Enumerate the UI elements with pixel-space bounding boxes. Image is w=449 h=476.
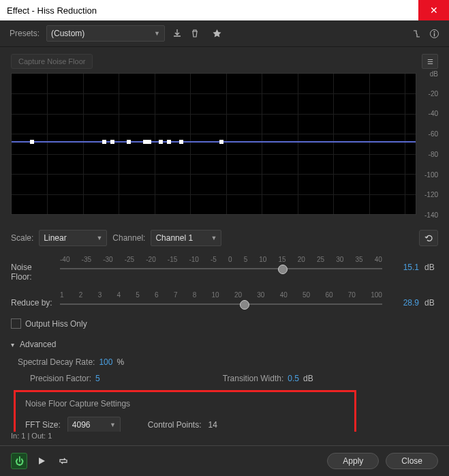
precision-factor-label: Precision Factor:: [18, 374, 91, 383]
chart-menu-icon[interactable]: ☰: [422, 54, 438, 69]
control-points-label: Control Points:: [148, 420, 202, 430]
y-tick: -100: [424, 170, 438, 178]
spectral-decay-unit: %: [117, 357, 124, 367]
svg-rect-2: [433, 33, 434, 36]
y-tick: -40: [429, 110, 438, 117]
apply-button[interactable]: Apply: [327, 453, 379, 469]
noise-floor-unit: dB: [424, 256, 438, 272]
reduce-by-value[interactable]: 28.9: [388, 291, 419, 308]
y-axis-unit: dB: [430, 70, 438, 78]
transition-width-value[interactable]: 0.5: [288, 374, 299, 383]
window-title: Effect - Hiss Reduction: [7, 5, 97, 16]
noise-floor-value[interactable]: 15.1: [388, 256, 419, 272]
output-hiss-only-label: Output Hiss Only: [25, 319, 87, 329]
control-point[interactable]: [102, 140, 106, 144]
star-icon[interactable]: [211, 28, 222, 39]
control-point[interactable]: [110, 140, 114, 144]
spectral-decay-value[interactable]: 100: [99, 357, 112, 367]
effect-window: Effect - Hiss Reduction ✕ Presets: (Cust…: [0, 0, 449, 476]
transition-width-label: Transition Width:: [223, 374, 284, 383]
advanced-label: Advanced: [20, 340, 56, 349]
y-tick: -140: [424, 211, 438, 219]
output-hiss-only-checkbox[interactable]: [11, 318, 21, 329]
scale-dropdown[interactable]: Linear▼: [39, 230, 107, 246]
control-point[interactable]: [159, 140, 163, 144]
svg-point-1: [433, 31, 435, 32]
close-button[interactable]: Close: [386, 453, 438, 469]
presets-dropdown[interactable]: (Custom) ▼: [46, 25, 165, 42]
fft-size-label: FFT Size:: [25, 420, 61, 430]
control-point[interactable]: [219, 140, 223, 144]
trash-icon[interactable]: [189, 28, 200, 39]
power-icon[interactable]: ⏻: [11, 453, 27, 469]
y-tick: -60: [429, 130, 438, 138]
io-status: In: 1 | Out: 1: [0, 432, 449, 440]
control-point[interactable]: [179, 140, 183, 144]
presets-label: Presets:: [10, 29, 40, 38]
play-icon[interactable]: [34, 453, 49, 468]
noise-floor-label: Noise Floor:: [11, 256, 55, 282]
toolbar: Presets: (Custom) ▼: [0, 20, 449, 47]
spectral-decay-label: Spectral Decay Rate:: [18, 357, 95, 367]
advanced-toggle[interactable]: ▾ Advanced: [11, 340, 438, 349]
reduce-by-slider[interactable]: 1234567810203040506070100: [60, 291, 382, 309]
footer: ⏻ Apply Close: [0, 445, 449, 476]
route-icon[interactable]: [411, 28, 422, 39]
control-points-value[interactable]: 14: [208, 420, 217, 430]
fft-size-dropdown[interactable]: 4096▼: [67, 417, 121, 432]
nfc-title: Noise Floor Capture Settings: [25, 399, 345, 408]
transition-width-unit: dB: [303, 374, 313, 383]
titlebar: Effect - Hiss Reduction ✕: [0, 0, 449, 20]
y-tick: -120: [424, 191, 438, 198]
channel-label: Channel:: [112, 233, 145, 243]
chevron-down-icon: ▾: [11, 341, 14, 348]
dialog-body: Capture Noise Floor ☰ Hz 2k4k6k8k10k12k1…: [0, 47, 449, 432]
chevron-down-icon: ▼: [154, 30, 160, 37]
control-point[interactable]: [147, 140, 151, 144]
y-tick: -20: [429, 89, 438, 97]
noise-floor-slider[interactable]: -40-35-30-25-20-15-10-50510152025303540: [60, 256, 382, 273]
channel-dropdown[interactable]: Channel 1▼: [151, 230, 221, 246]
control-point[interactable]: [30, 140, 34, 144]
y-tick: -80: [429, 150, 438, 158]
reduce-by-unit: dB: [424, 291, 438, 308]
save-preset-icon[interactable]: [172, 28, 183, 39]
info-icon[interactable]: [429, 28, 439, 39]
capture-noise-floor-button[interactable]: Capture Noise Floor: [11, 54, 93, 69]
control-point[interactable]: [167, 140, 171, 144]
undo-icon[interactable]: [419, 230, 438, 246]
close-icon[interactable]: ✕: [418, 0, 449, 20]
presets-value: (Custom): [51, 29, 84, 38]
noise-floor-chart[interactable]: Hz 2k4k6k8k10k12k14k16k18k20k22k dB -20-…: [11, 73, 438, 215]
control-point[interactable]: [127, 140, 131, 144]
scale-label: Scale:: [11, 233, 33, 243]
noise-floor-capture-settings-group: Noise Floor Capture Settings FFT Size: 4…: [14, 390, 356, 432]
loop-icon[interactable]: [56, 453, 71, 468]
precision-factor-value[interactable]: 5: [95, 374, 100, 383]
reduce-by-label: Reduce by:: [11, 291, 55, 308]
